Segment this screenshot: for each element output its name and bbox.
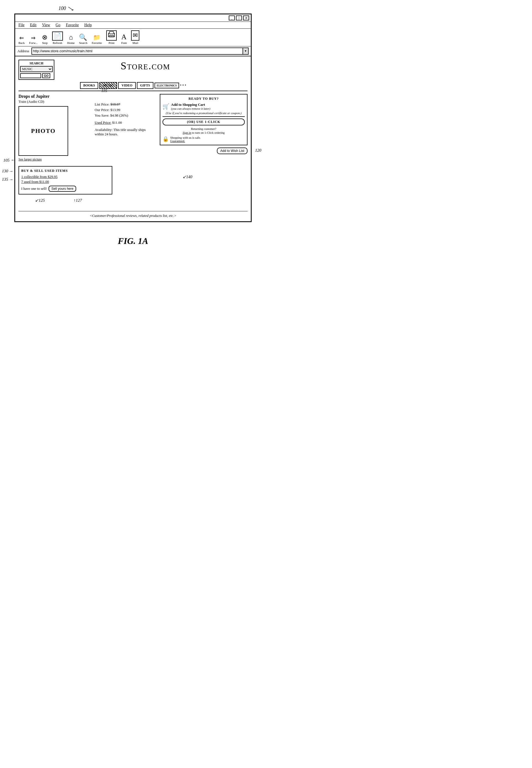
label-125: ↙125 <box>35 198 45 203</box>
font-icon: A <box>121 33 127 41</box>
address-bar: Address ▼ <box>15 46 251 56</box>
search-title: SEARCH <box>20 61 53 65</box>
our-price-label: Our Price: <box>95 108 110 112</box>
used-price-label: Used Price: <box>95 120 111 124</box>
wish-list-row: Add to Wish List <box>160 147 248 154</box>
search-text-input[interactable] <box>20 73 41 78</box>
address-input[interactable] <box>32 48 243 54</box>
sign-in-text: Sign in to turn on 1-Click ordering <box>163 131 245 134</box>
refresh-label: Refresh <box>53 41 62 44</box>
print-button[interactable]: Print <box>106 30 117 44</box>
our-price-value: $13.99 <box>110 108 120 112</box>
ready-to-buy-title: READY TO BUY? <box>163 97 245 101</box>
refresh-icon: 📄 <box>52 31 63 40</box>
label-135: 135 → <box>2 177 13 182</box>
print-label: Print <box>108 41 114 44</box>
nav-tab-video[interactable]: VIDEO <box>118 82 135 89</box>
one-click-button[interactable]: (OR) USE 1-CLICK <box>163 118 245 125</box>
nav-tab-gifts[interactable]: GIFTS <box>137 82 153 89</box>
sell-text: I have one to sell! <box>21 186 47 191</box>
or-label: (OR) <box>187 120 195 124</box>
address-dropdown-btn[interactable]: ▼ <box>243 48 248 54</box>
add-cart-sub: (you can always remove it later) <box>171 107 210 110</box>
toolbar: ⇐ Back ⇒ Forw... ⊗ Stop 📄 Refresh ⌂ Home… <box>15 29 251 46</box>
favorite-button[interactable]: 📁 Favorite <box>92 35 102 44</box>
address-input-wrapper: ▼ <box>31 47 249 55</box>
favorite-icon: 📁 <box>93 35 100 41</box>
search-category-select[interactable]: MUSIC BOOKS VIDEO <box>21 67 52 71</box>
safe-row: 🔒 Shopping with us is safe. Guaranteed. <box>163 136 245 142</box>
menu-go[interactable]: Go <box>56 23 60 27</box>
add-cart-text-block: Add to Shopping Cart (you can always rem… <box>171 102 210 110</box>
collectible-row[interactable]: 1 collectible from $29.95 <box>21 174 110 179</box>
forward-button[interactable]: ⇒ Forw... <box>29 35 38 44</box>
top-section: SEARCH MUSIC BOOKS VIDEO GO Store. <box>18 60 248 80</box>
search-icon: 🔍 <box>79 34 87 41</box>
back-label: Back <box>18 41 25 44</box>
add-cart-label[interactable]: Add to Shopping Cart <box>171 102 210 107</box>
maximize-button[interactable]: □ <box>236 15 242 20</box>
menu-edit[interactable]: Edit <box>30 23 36 27</box>
buy-sell-box: BUY & SELL USED ITEMS 1 collectible from… <box>18 166 112 195</box>
mail-icon: ✉ <box>131 30 139 41</box>
search-select-row: MUSIC BOOKS VIDEO <box>20 66 53 72</box>
search-label: Search <box>79 41 87 44</box>
nav-tab-electronics[interactable]: ELECTRONICS <box>155 83 179 88</box>
menu-help[interactable]: Help <box>84 23 92 27</box>
minimize-button[interactable]: _ <box>229 15 235 20</box>
one-click-label: USE 1-CLICK <box>196 120 220 124</box>
add-to-cart-row: 🛒 Add to Shopping Cart (you can always r… <box>163 102 245 110</box>
go-button[interactable]: GO <box>42 73 50 78</box>
ready-box: READY TO BUY? 🛒 Add to Shopping Cart (yo… <box>160 94 248 145</box>
label-105: 105 ← <box>3 157 15 163</box>
browser-window: _ □ ✕ File Edit View Go Favorite Help ⇐ … <box>14 14 252 222</box>
stop-label: Stop <box>42 41 47 44</box>
product-photo: PHOTO <box>18 106 68 156</box>
refresh-button[interactable]: 📄 Refresh <box>52 31 63 44</box>
favorite-label: Favorite <box>92 41 102 44</box>
list-price-value: $18.07 <box>110 102 120 106</box>
returning-text: Returning customer? <box>163 127 245 130</box>
used-link[interactable]: 7 used from $11.00 <box>21 179 49 184</box>
home-button[interactable]: ⌂ Home <box>67 34 75 44</box>
lock-icon: 🔒 <box>163 136 169 142</box>
back-icon: ⇐ <box>19 35 24 41</box>
home-icon: ⌂ <box>69 34 73 41</box>
store-content: SEARCH MUSIC BOOKS VIDEO GO Store. <box>15 56 251 221</box>
product-pricing: List Price: $18.07 Our Price: $13.99 You… <box>95 94 155 161</box>
buy-sell-title: BUY & SELL USED ITEMS <box>21 169 110 173</box>
mail-button[interactable]: ✉ Mail <box>131 30 139 44</box>
product-title: Drops of Jupiter <box>18 94 90 99</box>
sign-in-suffix: to turn on 1-Click ordering <box>192 131 225 134</box>
reviews-section: <Customer/Professional reviews, related … <box>18 211 248 218</box>
menu-file[interactable]: File <box>18 23 25 27</box>
font-label: Font <box>121 41 127 44</box>
sell-yours-button[interactable]: Sell yours here <box>49 185 76 192</box>
label-100: 100 ⟶ <box>58 6 74 11</box>
close-button[interactable]: ✕ <box>243 15 249 20</box>
wish-list-area: Add to Wish List 120 <box>160 147 248 154</box>
sign-in-link[interactable]: Sign in <box>183 131 191 134</box>
stop-button[interactable]: ⊗ Stop <box>42 34 47 44</box>
browser-diagram: 105 ← _ □ ✕ File Edit View Go Favorite H… <box>14 14 252 231</box>
font-button[interactable]: A Font <box>121 33 127 44</box>
guaranteed-link[interactable]: Guaranteed. <box>170 139 185 142</box>
you-save-row: You Save: $4.98 (26%) <box>95 113 155 118</box>
store-logo: Store.com <box>121 60 170 72</box>
menu-favorite[interactable]: Favorite <box>66 23 79 27</box>
nav-tab-music[interactable]: MUSIC <box>99 82 117 89</box>
product-subtitle: Train (Audio CD) <box>18 99 90 104</box>
menu-view[interactable]: View <box>42 23 50 27</box>
list-price-row: List Price: $18.07 <box>95 102 155 107</box>
search-button[interactable]: 🔍 Search <box>79 34 87 44</box>
nav-tab-books[interactable]: BOOKS <box>80 82 99 89</box>
mail-label: Mail <box>132 41 138 44</box>
back-button[interactable]: ⇐ Back <box>18 35 25 44</box>
address-label: Address <box>17 49 29 53</box>
product-section: Drops of Jupiter Train (Audio CD) PHOTO … <box>18 94 248 161</box>
stop-icon: ⊗ <box>42 34 47 41</box>
nav-more-dots: • • • <box>180 83 186 87</box>
add-to-wish-list-button[interactable]: Add to Wish List <box>217 147 248 154</box>
see-larger-link[interactable]: See larger picture <box>18 157 90 161</box>
label-127: ↑127 <box>74 198 82 203</box>
